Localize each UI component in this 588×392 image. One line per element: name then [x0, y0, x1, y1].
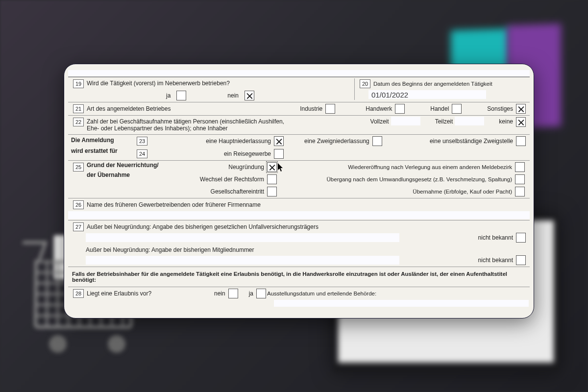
question-label: Wird die Tätigkeit (vorerst) im Nebenerw… [87, 78, 354, 89]
option-label: Übergang nach dem Umwandlungsgesetz (z.B… [327, 175, 514, 184]
checkbox-handel[interactable] [452, 104, 462, 114]
checkbox-handwerk[interactable] [395, 104, 405, 114]
field-number: 20 [360, 79, 370, 88]
input-vollzeit[interactable] [391, 117, 420, 125]
option-label: Übernahme (Erbfolge, Kauf oder Pacht) [413, 187, 514, 196]
checkbox-ja[interactable] [176, 91, 186, 100]
checkbox-umwandlung[interactable] [515, 174, 525, 184]
checkbox-industrie[interactable] [325, 104, 335, 114]
option-label: nicht bekannt [478, 255, 515, 265]
option-label: ja [166, 91, 172, 100]
checkbox-nicht-bekannt-2[interactable] [516, 255, 526, 265]
option-label: Gesellschaftereintritt [211, 187, 266, 196]
input-mitgliednummer[interactable] [86, 256, 399, 265]
question-label: Art des angemeldeten Betriebes [87, 104, 209, 114]
checkbox-neugruendung[interactable] [267, 162, 277, 172]
checkbox-uebernahme[interactable] [515, 187, 525, 196]
field-number: 25 [73, 163, 84, 172]
question-label: Liegt eine Erlaubnis vor? [87, 289, 214, 298]
field-number: 23 [137, 137, 147, 146]
checkbox-sonstiges[interactable] [516, 104, 526, 114]
option-label: nicht bekannt [478, 233, 515, 243]
checkbox-nein[interactable] [245, 91, 254, 100]
checkbox-erlaubnis-ja[interactable] [256, 289, 266, 298]
option-label: eine unselbständige Zweigstelle [430, 136, 515, 146]
option-label: nein [227, 91, 241, 100]
option-label: nein [214, 289, 227, 298]
input-teilzeit[interactable] [455, 117, 484, 125]
section-heading: Falls der Betriebsinhaber für die angeme… [68, 268, 530, 286]
checkbox-erlaubnis-nein[interactable] [228, 289, 238, 298]
option-label: Sonstiges [487, 104, 515, 114]
checkbox-gesellschafter[interactable] [267, 187, 277, 196]
section-label: Grund der Neuerrichtung/ [87, 162, 165, 169]
option-label: Teilzeit [435, 117, 455, 126]
question-label: Außer bei Neugründung: Angabe der bisher… [86, 245, 256, 255]
question-label: Name des früheren Gewerbetreibenden oder… [87, 200, 263, 210]
field-number: 26 [73, 200, 84, 209]
field-number: 24 [137, 149, 147, 158]
date-value[interactable]: 01/01/2022 [368, 90, 486, 99]
checkbox-zweigstelle[interactable] [516, 136, 526, 146]
form-document: 19 Wird die Tätigkeit (vorerst) im Neben… [64, 64, 534, 318]
checkbox-nicht-bekannt-1[interactable] [516, 233, 526, 243]
section-label: wird erstattet für [71, 147, 132, 154]
option-label: Handwerk [366, 104, 394, 114]
question-label: Datum des Beginns der angemeldeten Tätig… [373, 79, 494, 88]
section-label: der Übernahme [87, 172, 165, 178]
field-number: 19 [73, 79, 84, 88]
option-label: Vollzeit [370, 117, 391, 126]
option-label: ja [249, 289, 255, 298]
question-label: Ausstellungsdatum und erteilende Behörde… [267, 289, 378, 298]
checkbox-zweigniederlassung[interactable] [372, 136, 382, 146]
checkbox-reisegewerbe[interactable] [274, 149, 284, 159]
option-label: ein Reisegewerbe [199, 149, 273, 159]
question-label: Zahl der bei Geschäftsaufnahme tätigen P… [87, 117, 293, 133]
field-number: 27 [73, 222, 84, 231]
option-label: eine Zweigniederlassung [304, 136, 371, 146]
option-label: Handel [430, 104, 451, 114]
option-label: Neugründung [228, 162, 266, 172]
option-label: eine Hauptniederlassung [199, 136, 273, 146]
option-label: Industrie [300, 104, 324, 114]
input-unfallversicherung[interactable] [86, 233, 399, 242]
field-number: 21 [73, 104, 84, 113]
question-label: Außer bei Neugründung: Angabe des bisher… [87, 222, 320, 232]
checkbox-keine[interactable] [516, 117, 526, 127]
section-label: Die Anmeldung [71, 137, 132, 144]
option-label: Wechsel der Rechtsform [200, 174, 266, 184]
input-firmenname[interactable] [68, 211, 530, 219]
checkbox-hauptniederlassung[interactable] [274, 136, 284, 146]
field-number: 22 [73, 118, 84, 126]
option-label: Wiedereröffnung nach Verlegung aus einem… [348, 163, 514, 172]
field-number: 28 [73, 289, 84, 298]
option-label: keine [499, 117, 515, 126]
input-ausstellungsdatum[interactable] [274, 300, 529, 307]
checkbox-rechtsform[interactable] [267, 174, 277, 184]
checkbox-wiedereroeffnung[interactable] [515, 162, 525, 172]
